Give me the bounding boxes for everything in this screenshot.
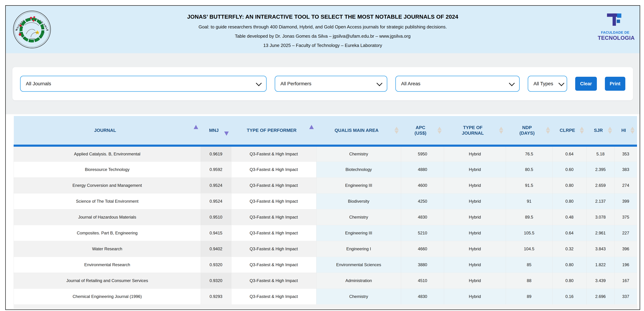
journal-filter-select[interactable]: All Journals — [20, 76, 267, 92]
column-header-hi[interactable]: HI — [614, 116, 637, 146]
cell-type-of-performer: Q3-Fastest & High Impact — [231, 225, 316, 241]
performer-filter-value: All Performers — [280, 81, 311, 86]
cell-ndp-days: 88 — [506, 273, 552, 289]
cell-qualis-main-area: Biotechnology — [316, 162, 401, 177]
type-filter-value: All Types — [534, 81, 553, 86]
sort-asc-icon — [394, 127, 399, 130]
table-row: Applied Catalysis. B, Environmental0.961… — [14, 146, 637, 162]
print-button[interactable]: Print — [605, 77, 626, 91]
cell-journal: Water Research — [14, 241, 201, 257]
sort-arrows-icon — [438, 127, 442, 134]
goal-line: Goal: to guide researchers through 400 D… — [6, 24, 640, 30]
cell-qualis-main-area: Engineering III — [316, 225, 401, 241]
cell-apc-usd: 5210 — [401, 225, 444, 241]
journals-table-container: JOURNALMNJTYPE OF PERFORMERQUALIS MAIN A… — [6, 114, 640, 309]
cell-apc-usd: 4600 — [401, 177, 444, 193]
faculty-tf-mark-icon — [604, 13, 626, 29]
column-header-journal[interactable]: JOURNAL — [14, 116, 201, 146]
page-title: JONAS’ BUTTERFLY: AN INTERACTIVE TOOL TO… — [6, 13, 640, 20]
cell-apc-usd: 4250 — [401, 193, 444, 209]
cell-clrpe: 0.64 — [552, 225, 586, 241]
sort-asc-icon — [608, 127, 612, 130]
cell-type-of-performer: Q3-Fastest & High Impact — [231, 289, 316, 304]
chevron-down-icon — [376, 80, 382, 86]
table-row: Journal of Hazardous Materials0.9510Q3-F… — [14, 209, 637, 225]
cell-hi: 399 — [614, 193, 637, 209]
table-header-row: JOURNALMNJTYPE OF PERFORMERQUALIS MAIN A… — [14, 116, 637, 146]
area-filter-select[interactable]: All Areas — [395, 76, 520, 92]
sort-asc-icon — [630, 127, 634, 130]
cell-hi: 353 — [614, 146, 637, 162]
column-header-sjr[interactable]: SJR — [586, 116, 614, 146]
cell-hi: 196 — [614, 257, 637, 273]
column-header-label: HI — [621, 128, 626, 133]
cell-type-of-journal: Hybrid — [444, 209, 506, 225]
sort-arrows-icon — [608, 127, 612, 134]
cell-apc-usd: 4830 — [401, 209, 444, 225]
journals-table: JOURNALMNJTYPE OF PERFORMERQUALIS MAIN A… — [14, 116, 637, 304]
cell-journal: Composites. Part B, Engineering — [14, 225, 201, 241]
cell-qualis-main-area: Administration — [316, 273, 401, 289]
cell-mnj: 0.9293 — [201, 289, 231, 304]
column-header-label: TYPE OFJOURNAL — [462, 125, 484, 136]
table-row: Journal of Retailing and Consumer Servic… — [14, 273, 637, 289]
clear-button[interactable]: Clear — [575, 77, 597, 91]
cell-sjr: 3.078 — [586, 209, 614, 225]
sort-asc-icon — [546, 127, 550, 130]
column-header-label: MNJ — [209, 128, 218, 133]
cell-clrpe: 0.32 — [552, 241, 586, 257]
cell-clrpe: 0.80 — [552, 257, 586, 273]
faculty-logo: FACULDADE DE TECNOLOGIA — [598, 13, 633, 41]
performer-filter-select[interactable]: All Performers — [275, 76, 387, 92]
cell-type-of-journal: Hybrid — [444, 162, 506, 177]
cell-qualis-main-area: Biodiversity — [316, 193, 401, 209]
column-header-mnj[interactable]: MNJ — [201, 116, 231, 146]
sort-arrows-icon — [224, 125, 229, 136]
type-filter-select[interactable]: All Types — [528, 76, 567, 92]
cell-clrpe: 0.80 — [552, 273, 586, 289]
sort-desc-icon — [546, 131, 550, 134]
cell-type-of-performer: Q3-Fastest & High Impact — [231, 146, 316, 162]
cell-apc-usd: 4830 — [401, 289, 444, 304]
area-filter-value: All Areas — [401, 81, 420, 86]
cell-type-of-journal: Hybrid — [444, 241, 506, 257]
cell-qualis-main-area: Engineering III — [316, 177, 401, 193]
filter-zone: All Journals All Performers All Areas Al… — [6, 53, 640, 114]
sort-asc-icon — [438, 127, 442, 130]
sort-asc-icon — [580, 127, 584, 130]
column-header-label: SJR — [594, 128, 603, 133]
cell-apc-usd: 4510 — [401, 273, 444, 289]
cell-sjr: 5.18 — [586, 146, 614, 162]
cell-journal: Environmental Research — [14, 257, 201, 273]
sort-arrows-icon — [499, 127, 503, 134]
chevron-down-icon — [509, 80, 515, 86]
cell-mnj: 0.9402 — [201, 241, 231, 257]
column-header-label: QUALIS MAIN AREA — [334, 128, 378, 133]
cell-mnj: 0.9524 — [201, 177, 231, 193]
table-body: Applied Catalysis. B, Environmental0.961… — [14, 146, 637, 304]
sort-asc-icon — [499, 127, 503, 130]
cell-type-of-performer: Q3-Fastest & High Impact — [231, 273, 316, 289]
column-header-type-of-performer[interactable]: TYPE OF PERFORMER — [231, 116, 316, 146]
cell-hi: 396 — [614, 241, 637, 257]
sort-desc-icon — [608, 131, 612, 134]
cell-mnj: 0.9320 — [201, 257, 231, 273]
cell-mnj: 0.9524 — [201, 193, 231, 209]
cell-apc-usd: 4660 — [401, 241, 444, 257]
cell-type-of-performer: Q3-Fastest & High Impact — [231, 209, 316, 225]
sort-asc-icon — [194, 125, 198, 129]
cell-apc-usd: 4880 — [401, 162, 444, 177]
cell-journal: Journal of Retailing and Consumer Servic… — [14, 273, 201, 289]
cell-qualis-main-area: Chemistry — [316, 209, 401, 225]
developed-by-line: Table developed by Dr. Jonas Gomes da Si… — [6, 33, 640, 39]
column-header-qualis-main-area[interactable]: QUALIS MAIN AREA — [316, 116, 401, 146]
cell-type-of-journal: Hybrid — [444, 193, 506, 209]
column-header-type-of-journal[interactable]: TYPE OFJOURNAL — [444, 116, 506, 146]
table-row: Bioresource Technology0.9592Q3-Fastest &… — [14, 162, 637, 177]
column-header-label: TYPE OF PERFORMER — [247, 128, 296, 133]
sort-desc-icon — [438, 131, 442, 134]
column-header-clrpe[interactable]: CLRPE — [552, 116, 586, 146]
column-header-apc-usd[interactable]: APC(US$) — [401, 116, 444, 146]
column-header-ndp-days[interactable]: NDP(DAYS) — [506, 116, 552, 146]
cell-type-of-journal: Hybrid — [444, 225, 506, 241]
